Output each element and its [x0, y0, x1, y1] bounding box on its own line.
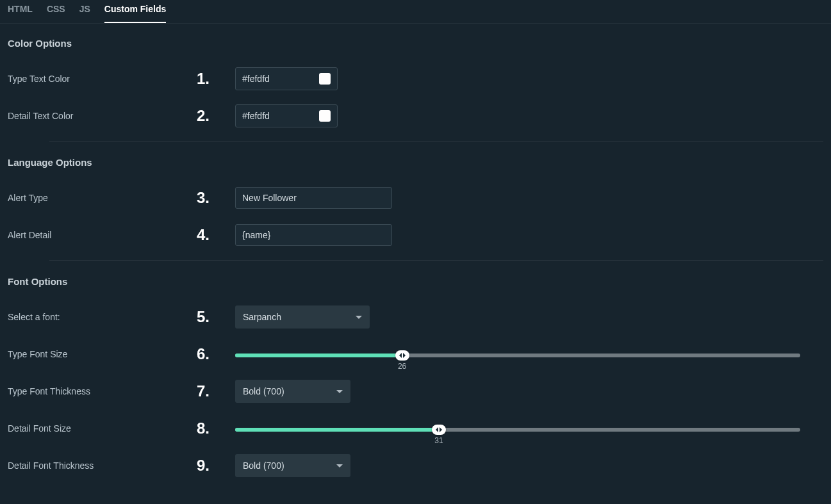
detail-text-color-swatch[interactable] — [319, 110, 331, 122]
chevron-down-icon — [356, 316, 362, 319]
detail-text-color-input[interactable] — [235, 104, 338, 127]
step-number: 4. — [197, 226, 235, 244]
chevron-down-icon — [336, 464, 343, 467]
label-type-font-size: Type Font Size — [8, 349, 197, 359]
type-text-color-swatch[interactable] — [319, 73, 331, 85]
step-number: 9. — [197, 457, 235, 475]
section-heading-language: Language Options — [8, 157, 823, 168]
step-number: 2. — [197, 107, 235, 125]
row-type-text-color: Type Text Color 1. — [8, 67, 823, 91]
label-detail-font-thickness: Detail Font Thickness — [8, 460, 197, 471]
detail-text-color-field[interactable] — [242, 111, 306, 121]
label-type-font-thickness: Type Font Thickness — [8, 386, 197, 396]
alert-type-input[interactable] — [235, 187, 392, 209]
type-font-thickness-select[interactable]: Bold (700) — [235, 380, 350, 403]
step-number: 1. — [197, 70, 235, 88]
divider — [49, 260, 823, 261]
chevron-down-icon — [336, 390, 343, 393]
detail-font-size-slider[interactable]: 31 — [235, 426, 800, 432]
slider-thumb[interactable] — [432, 425, 446, 435]
row-select-font: Select a font: 5. Sarpanch — [8, 305, 823, 329]
alert-detail-input[interactable] — [235, 224, 392, 246]
tabs: HTML CSS JS Custom Fields — [0, 0, 831, 24]
row-type-font-thickness: Type Font Thickness 7. Bold (700) — [8, 379, 823, 403]
label-alert-detail: Alert Detail — [8, 230, 197, 240]
type-font-size-slider[interactable]: 26 — [235, 352, 800, 357]
slider-value: 26 — [398, 362, 406, 371]
tab-css[interactable]: CSS — [47, 4, 65, 23]
section-heading-font: Font Options — [8, 276, 823, 287]
slider-value: 31 — [434, 436, 443, 445]
slider-thumb[interactable] — [395, 350, 409, 361]
detail-font-thickness-value: Bold (700) — [243, 460, 284, 471]
type-font-thickness-value: Bold (700) — [243, 386, 284, 396]
row-detail-text-color: Detail Text Color 2. — [8, 104, 823, 128]
divider — [49, 141, 823, 142]
tab-js[interactable]: JS — [79, 4, 90, 23]
section-heading-color: Color Options — [8, 38, 823, 49]
label-select-font: Select a font: — [8, 312, 197, 322]
step-number: 8. — [197, 419, 235, 437]
label-alert-type: Alert Type — [8, 193, 197, 203]
type-text-color-input[interactable] — [235, 67, 338, 90]
label-type-text-color: Type Text Color — [8, 74, 197, 84]
row-alert-detail: Alert Detail 4. — [8, 223, 823, 247]
step-number: 6. — [197, 345, 235, 363]
step-number: 3. — [197, 189, 235, 207]
label-detail-text-color: Detail Text Color — [8, 111, 197, 121]
font-select[interactable]: Sarpanch — [235, 305, 370, 329]
row-type-font-size: Type Font Size 6. 26 — [8, 342, 823, 366]
row-alert-type: Alert Type 3. — [8, 186, 823, 210]
row-detail-font-thickness: Detail Font Thickness 9. Bold (700) — [8, 453, 823, 478]
font-select-value: Sarpanch — [243, 312, 281, 322]
content: Color Options Type Text Color 1. Detail … — [0, 24, 831, 478]
type-text-color-field[interactable] — [242, 74, 306, 84]
label-detail-font-size: Detail Font Size — [8, 423, 197, 434]
detail-font-thickness-select[interactable]: Bold (700) — [235, 454, 350, 477]
tab-custom-fields[interactable]: Custom Fields — [104, 4, 166, 23]
row-detail-font-size: Detail Font Size 8. 31 — [8, 416, 823, 441]
step-number: 5. — [197, 308, 235, 326]
tab-html[interactable]: HTML — [8, 4, 33, 23]
step-number: 7. — [197, 382, 235, 400]
